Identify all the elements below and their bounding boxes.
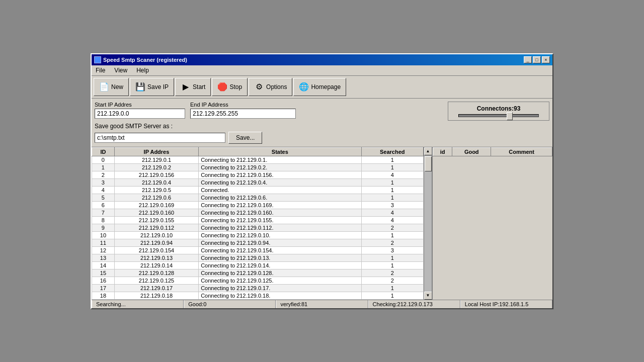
- save-ip-button[interactable]: 💾 Save IP: [130, 78, 174, 96]
- table-scroll-wrapper: ID IP Addres States Searched 0 212.129.0…: [92, 147, 432, 300]
- maximize-button[interactable]: □: [533, 56, 541, 63]
- cell-id: 7: [92, 209, 115, 216]
- cell-state: Connecting to 212.129.0.1.: [199, 156, 361, 163]
- close-button[interactable]: ×: [542, 56, 550, 63]
- cell-searched: 1: [361, 284, 423, 292]
- left-scrollbar: ▲ ▼: [424, 147, 432, 300]
- scroll-up-arrow[interactable]: ▲: [424, 147, 432, 155]
- right-col-good: Good: [452, 147, 491, 156]
- cell-ip: 212.129.0.112: [114, 224, 198, 231]
- title-controls: _ □ ×: [524, 56, 550, 63]
- cell-id: 14: [92, 261, 115, 269]
- cell-ip: 212.129.0.169: [114, 201, 198, 209]
- cell-id: 9: [92, 224, 115, 231]
- cell-searched: 3: [361, 201, 423, 209]
- col-id: ID: [92, 147, 115, 156]
- table-row: 9 212.129.0.112 Connecting to 212.129.0.…: [92, 224, 424, 231]
- cell-ip: 212.129.0.156: [114, 171, 198, 178]
- cell-searched: 1: [361, 194, 423, 201]
- cell-searched: 1: [361, 186, 423, 194]
- cell-ip: 212.129.0.125: [114, 277, 198, 284]
- right-table-header: id Good Comment: [433, 147, 552, 156]
- cell-id: 11: [92, 239, 115, 246]
- table-row: 18 212.129.0.18 Connecting to 212.129.0.…: [92, 292, 424, 299]
- cell-id: 0: [92, 156, 115, 163]
- col-ip: IP Addres: [114, 147, 198, 156]
- right-table: id Good Comment: [433, 147, 552, 156]
- start-button[interactable]: ▶ Start: [175, 78, 211, 96]
- table-row: 6 212.129.0.169 Connecting to 212.129.0.…: [92, 201, 424, 209]
- menu-view[interactable]: View: [112, 66, 129, 74]
- menu-help[interactable]: Help: [134, 66, 151, 74]
- save-btn[interactable]: Save...: [228, 132, 262, 144]
- cell-id: 12: [92, 246, 115, 254]
- table-row: 3 212.129.0.4 Connecting to 212.129.0.4.…: [92, 178, 424, 186]
- cell-searched: 1: [361, 261, 423, 269]
- table-row: 7 212.129.0.160 Connecting to 212.129.0.…: [92, 209, 424, 216]
- stop-icon: 🛑: [217, 82, 227, 92]
- cell-ip: 212.129.0.128: [114, 269, 198, 277]
- homepage-label: Homepage: [311, 83, 341, 90]
- save-row: Save good SMTP Server as :: [95, 123, 549, 130]
- title-bar: Speed Smtp Scaner (registered) _ □ ×: [92, 54, 552, 65]
- main-area: ID IP Addres States Searched 0 212.129.0…: [92, 147, 552, 300]
- cell-ip: 212.129.0.17: [114, 284, 198, 292]
- table-row: 4 212.129.0.5 Connected. 1: [92, 186, 424, 194]
- save-path-row: Save...: [95, 132, 549, 144]
- table-row: 0 212.129.0.1 Connecting to 212.129.0.1.…: [92, 156, 424, 163]
- cell-ip: 212.129.0.2: [114, 163, 198, 171]
- start-ip-input[interactable]: [95, 109, 185, 119]
- cell-ip: 212.129.0.14: [114, 261, 198, 269]
- cell-id: 15: [92, 269, 115, 277]
- cell-id: 1: [92, 163, 115, 171]
- cell-searched: 4: [361, 171, 423, 178]
- left-table: ID IP Addres States Searched 0 212.129.0…: [92, 147, 424, 300]
- options-label: Options: [266, 83, 287, 90]
- menu-file[interactable]: File: [94, 66, 107, 74]
- cell-state: Connecting to 212.129.0.4.: [199, 178, 361, 186]
- cell-ip: 212.129.0.6: [114, 194, 198, 201]
- cell-state: Connecting to 212.129.0.154.: [199, 246, 361, 254]
- cell-ip: 212.129.0.94: [114, 239, 198, 246]
- minimize-button[interactable]: _: [524, 56, 532, 63]
- end-ip-input[interactable]: [190, 109, 296, 119]
- window-body: File View Help 📄 New 💾 Save IP ▶ Start 🛑…: [92, 65, 552, 308]
- cell-searched: 2: [361, 239, 423, 246]
- options-button[interactable]: ⚙ Options: [249, 78, 292, 96]
- cell-searched: 4: [361, 209, 423, 216]
- homepage-button[interactable]: 🌐 Homepage: [293, 78, 346, 96]
- connections-slider-track: [458, 114, 539, 117]
- left-table-body: 0 212.129.0.1 Connecting to 212.129.0.1.…: [92, 156, 424, 299]
- end-ip-group: End IP Address: [190, 102, 296, 119]
- start-ip-group: Start IP Addres: [95, 102, 185, 119]
- scroll-thumb[interactable]: [425, 156, 432, 171]
- cell-searched: 1: [361, 231, 423, 239]
- cell-state: Connecting to 212.129.0.169.: [199, 201, 361, 209]
- cell-ip: 212.129.0.5: [114, 186, 198, 194]
- cell-searched: 1: [361, 254, 423, 261]
- connections-label: Connectons:93: [477, 105, 521, 112]
- start-ip-label: Start IP Addres: [95, 102, 185, 108]
- scroll-down-arrow[interactable]: ▼: [424, 292, 432, 300]
- connections-slider-thumb[interactable]: [507, 112, 513, 120]
- cell-ip: 212.129.0.155: [114, 216, 198, 224]
- table-row: 1 212.129.0.2 Connecting to 212.129.0.2.…: [92, 163, 424, 171]
- cell-searched: 1: [361, 178, 423, 186]
- window-title: Speed Smtp Scaner (registered): [103, 57, 187, 63]
- cell-id: 16: [92, 277, 115, 284]
- right-col-id: id: [433, 147, 452, 156]
- options-icon: ⚙: [254, 82, 264, 92]
- save-path-input[interactable]: [95, 133, 225, 143]
- stop-button[interactable]: 🛑 Stop: [212, 78, 248, 96]
- new-button[interactable]: 📄 New: [94, 78, 129, 96]
- col-searched: Searched: [361, 147, 423, 156]
- new-label: New: [111, 83, 123, 90]
- cell-ip: 212.129.0.18: [114, 292, 198, 299]
- cell-state: Connecting to 212.129.0.94.: [199, 239, 361, 246]
- left-table-container: ID IP Addres States Searched 0 212.129.0…: [92, 147, 432, 300]
- cell-id: 10: [92, 231, 115, 239]
- cell-state: Connecting to 212.129.0.112.: [199, 224, 361, 231]
- cell-ip: 212.129.0.4: [114, 178, 198, 186]
- cell-state: Connecting to 212.129.0.17.: [199, 284, 361, 292]
- stop-label: Stop: [229, 83, 242, 90]
